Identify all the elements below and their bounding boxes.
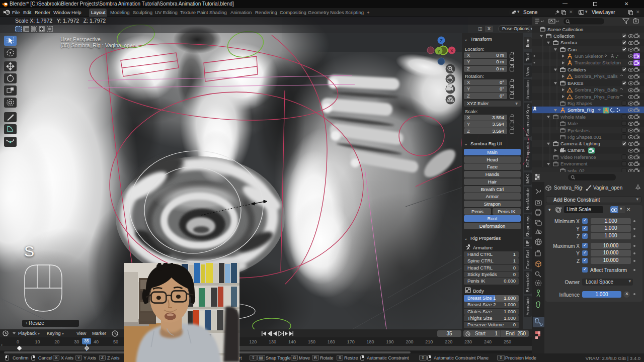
svg-text:Video Reference: Video Reference — [560, 154, 596, 160]
svg-text:BAKES: BAKES — [568, 80, 584, 86]
svg-text:X: X — [450, 48, 453, 53]
svg-text:Gun: Gun — [568, 47, 577, 52]
svg-text:Sombra_Phys_Balls: Sombra_Phys_Balls — [575, 87, 618, 93]
svg-text:Translocator Skeleton: Translocator Skeleton — [575, 60, 621, 65]
svg-text:sofa_02: sofa_02 — [568, 168, 585, 172]
svg-text:Sombra_Phys_Balls: Sombra_Phys_Balls — [575, 73, 618, 79]
svg-text:Environment: Environment — [560, 161, 588, 166]
svg-text:Colliders: Colliders — [568, 67, 586, 72]
svg-text:Scene Collection: Scene Collection — [547, 27, 583, 32]
svg-text:Sombra_Phys_Penis: Sombra_Phys_Penis — [575, 94, 619, 100]
svg-text:Eyelashes: Eyelashes — [568, 128, 590, 133]
svg-text:Sombra_Rig: Sombra_Rig — [568, 107, 594, 113]
svg-text:Camera & Lighting: Camera & Lighting — [560, 141, 600, 146]
svg-text:Rig Shapes: Rig Shapes — [568, 101, 592, 106]
svg-text:Male: Male — [568, 121, 578, 126]
svg-text:Rig Shapes.001: Rig Shapes.001 — [568, 134, 602, 140]
svg-text:Gun Skeleton: Gun Skeleton — [575, 53, 604, 59]
svg-text:Sombra: Sombra — [560, 40, 578, 45]
svg-text:Camera: Camera — [568, 147, 585, 153]
svg-text:Y: Y — [437, 49, 440, 54]
svg-text:Z: Z — [440, 38, 443, 43]
svg-text:Collection: Collection — [553, 33, 575, 39]
svg-text:Whole Male: Whole Male — [560, 114, 586, 120]
